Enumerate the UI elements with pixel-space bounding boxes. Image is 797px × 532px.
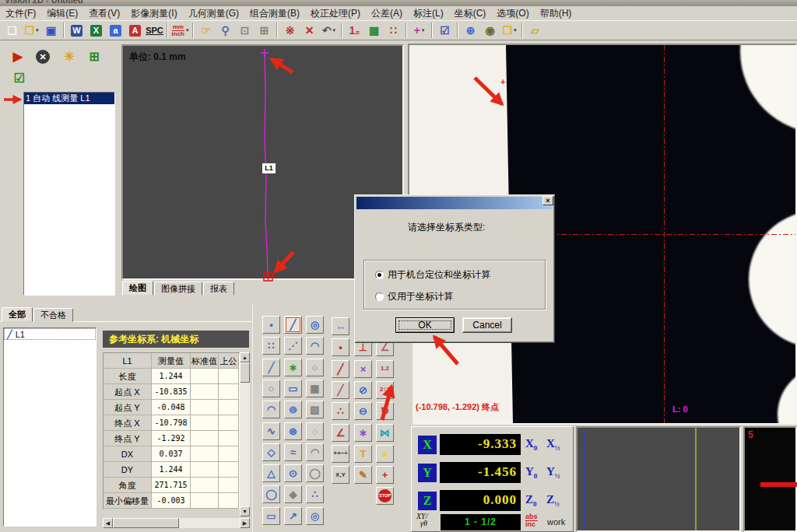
scale-ruler-button[interactable]: ▱ xyxy=(526,22,544,39)
tool-measure-annotate-button[interactable]: ✎ xyxy=(354,466,372,484)
z-zero-button[interactable]: Z0 xyxy=(525,493,537,508)
radio-button-2[interactable] xyxy=(375,292,384,301)
tool-text-label-button[interactable]: T xyxy=(354,445,372,463)
menu-item-9[interactable]: 标注(L) xyxy=(408,6,449,21)
pan-hand-button[interactable]: ☞ xyxy=(197,22,215,39)
scroll-thumb[interactable] xyxy=(240,362,250,383)
menu-item-3[interactable]: 查看(V) xyxy=(83,6,125,21)
tool-point-distance-button[interactable]: ∗ xyxy=(354,424,372,442)
tool-point-set-button[interactable]: ∴ xyxy=(332,402,349,420)
unit-mm-inch-button[interactable]: mminch▾ xyxy=(171,22,189,39)
tool-region-rect-button[interactable]: ▦ xyxy=(306,380,324,397)
menu-item-5[interactable]: 几何测量(G) xyxy=(183,6,244,21)
folder-check-button[interactable]: ❐▾ xyxy=(500,22,518,39)
tool-region-diamond-button[interactable]: ◈ xyxy=(284,485,302,503)
select-region-button[interactable]: ⊡ xyxy=(236,22,254,39)
dialog-titlebar[interactable] xyxy=(356,197,553,209)
tool-angle-button[interactable]: ∠ xyxy=(332,424,349,442)
dropdown-arrow-icon[interactable]: ▾ xyxy=(36,27,39,33)
tool-slot-button[interactable]: ▭ xyxy=(284,380,302,397)
tool-intersection-button[interactable]: × xyxy=(354,360,372,378)
export-dxf-button[interactable]: a xyxy=(107,22,125,39)
tool-point-construct-button[interactable]: • xyxy=(332,338,349,356)
tool-region-ellipse-button[interactable]: ◯ xyxy=(306,464,324,482)
video-button[interactable]: ◉ xyxy=(481,22,499,39)
tab-all-results[interactable]: 全部 xyxy=(2,307,33,322)
tool-gear-button[interactable]: ⊛ xyxy=(284,422,302,440)
tool-stop-button[interactable]: STOP xyxy=(376,487,394,505)
ok-button[interactable]: OK xyxy=(395,317,455,333)
tool-slot-scan-button[interactable]: ▭ xyxy=(262,507,280,525)
tool-circle-auto-button[interactable]: ◎ xyxy=(306,316,324,334)
grid-button[interactable]: ▦ xyxy=(365,22,383,39)
tool-spline-button[interactable]: ∿ xyxy=(262,422,280,440)
tool-matrix-scan-button[interactable]: ∴ xyxy=(306,485,324,503)
menu-item-6[interactable]: 组合测量(B) xyxy=(244,6,305,21)
tool-region-diag-button[interactable]: ▨ xyxy=(306,401,324,418)
tool-circle-scan-button[interactable]: ◎ xyxy=(306,507,324,525)
scroll-thumb-horizontal[interactable] xyxy=(113,518,179,528)
work-coordinate-toggle[interactable]: work xyxy=(547,517,565,527)
tool-point-button[interactable]: • xyxy=(262,316,280,334)
measurement-list-item[interactable]: 1 自动 线测量 L1 xyxy=(24,93,114,104)
undo-button[interactable]: ↶▾ xyxy=(320,22,338,39)
tool-circle-button[interactable]: ○ xyxy=(262,380,280,397)
layout-button[interactable]: ⊞ xyxy=(86,48,103,65)
tool-point-center-button[interactable]: ∗ xyxy=(284,359,302,376)
open-file-button[interactable]: ❐▾ xyxy=(23,22,40,39)
table-vertical-scrollbar[interactable]: ▲ ▼ xyxy=(240,352,250,516)
tool-line-construct-button[interactable]: ╱ xyxy=(332,360,349,378)
run-button[interactable]: ▶ xyxy=(9,48,26,65)
tool-arc-auto-button[interactable]: ◠ xyxy=(306,337,324,355)
scroll-down-button[interactable]: ▼ xyxy=(240,506,250,516)
z-half-button[interactable]: Z½ xyxy=(546,493,560,508)
tool-ring-button[interactable]: ⊚ xyxy=(284,401,302,418)
tool-circle-small-button[interactable]: ○ xyxy=(306,359,324,376)
numbering-button[interactable]: 1₂ xyxy=(346,22,363,39)
tool-xy-display-button[interactable]: X,Y xyxy=(332,466,349,484)
tool-distance-button[interactable]: ↔ xyxy=(332,317,349,335)
tool-coord-rotate-button[interactable]: ↻ xyxy=(376,402,394,420)
tool-circle-circle-distance-button[interactable]: ⊖ xyxy=(354,402,372,420)
menu-item-7[interactable]: 校正处理(P) xyxy=(305,6,366,21)
tool-line-auto-button[interactable]: ╱ xyxy=(284,316,302,334)
zoom-region-button[interactable]: ⊞ xyxy=(255,22,273,39)
measurement-list[interactable]: 1 自动 线测量 L1 xyxy=(23,92,115,296)
check-task-button[interactable]: ☑ xyxy=(11,70,28,87)
tool-coord-flip-button[interactable]: ⋈ xyxy=(376,424,394,442)
menu-item-12[interactable]: 帮助(H) xyxy=(535,6,578,21)
spc-button[interactable]: SPC xyxy=(146,22,163,39)
tab-draw[interactable]: 绘图 xyxy=(122,281,153,296)
feature-list[interactable]: ╱ L1 xyxy=(3,327,97,527)
tool-curve-button[interactable]: ≈ xyxy=(284,443,302,461)
tool-ellipse-button[interactable]: ◯ xyxy=(262,485,280,503)
tool-arc-button[interactable]: ◠ xyxy=(262,401,280,418)
scroll-up-button[interactable]: ▲ xyxy=(240,352,250,362)
dot-grid-button[interactable]: ∷ xyxy=(384,22,402,39)
new-file-button[interactable]: ❏ xyxy=(3,22,21,39)
delete-points-button[interactable]: ※ xyxy=(281,22,299,39)
y-half-button[interactable]: Y½ xyxy=(546,465,560,480)
dropdown-arrow-icon[interactable]: ▾ xyxy=(514,27,517,33)
xy-rtheta-toggle[interactable]: XY/ γθ xyxy=(416,513,427,527)
zoom-lens-button[interactable]: ⚲ xyxy=(216,22,234,39)
feature-list-item[interactable]: ╱ L1 xyxy=(4,328,96,340)
tool-region-circle-button[interactable]: ◌ xyxy=(306,422,324,440)
tab-report[interactable]: 报表 xyxy=(203,282,234,296)
tool-diamond-button[interactable]: ◇ xyxy=(262,443,280,461)
menu-item-1[interactable]: 文件(F) xyxy=(0,6,41,21)
save-button[interactable]: ▣ xyxy=(42,22,60,39)
tool-line-angle-button[interactable]: ╱ xyxy=(332,381,349,399)
x-zero-button[interactable]: X0 xyxy=(525,437,537,452)
dropdown-arrow-icon[interactable]: ▾ xyxy=(186,27,189,33)
dropdown-arrow-icon[interactable]: ▾ xyxy=(333,27,336,33)
web-button[interactable]: ⊕ xyxy=(462,22,479,39)
tool-point-line-button[interactable]: ⋰ xyxy=(284,337,302,355)
alarm-lamp-button[interactable]: ☀ xyxy=(61,48,78,65)
tool-line-button[interactable]: ╱ xyxy=(262,359,280,376)
tool-region-arc-button[interactable]: ◠ xyxy=(306,443,324,461)
export-word-button[interactable]: W xyxy=(68,22,86,39)
export-pdf-button[interactable]: A xyxy=(126,22,144,39)
abs-inc-toggle[interactable]: abs inc xyxy=(525,513,538,528)
menu-item-11[interactable]: 选项(O) xyxy=(491,6,534,21)
